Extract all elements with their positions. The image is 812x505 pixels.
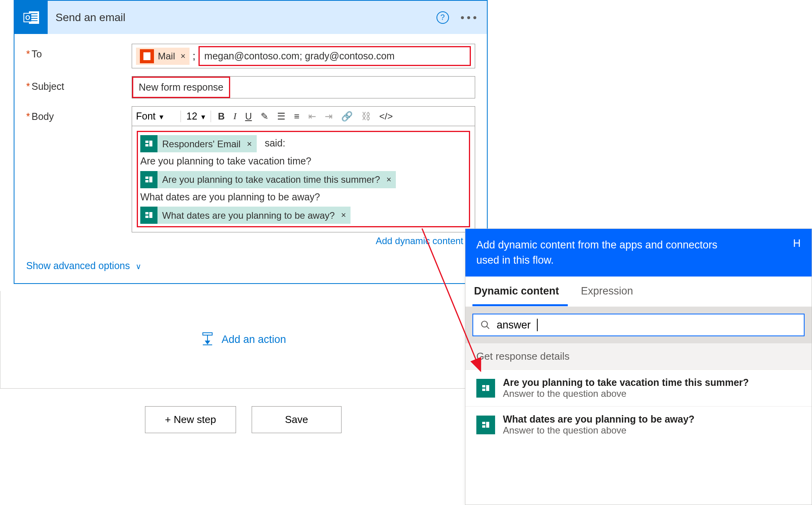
unlink-button[interactable]: ⛓ [360, 111, 372, 122]
subject-input[interactable]: New form response [132, 76, 475, 98]
dc-item-title: Are you planning to take vacation time t… [503, 377, 749, 388]
mail-token[interactable]: Mail × [136, 48, 190, 65]
svg-text:O: O [25, 14, 30, 21]
rte-toolbar: Font 12 B I U ✎ ☰ ≡ ⇤ ⇥ 🔗 ⛓ [132, 106, 475, 126]
subject-label: *Subject [26, 76, 132, 92]
dc-header: Add dynamic content from the apps and co… [465, 229, 812, 277]
card-body: *To Mail × ; megan@contoso.com; grady@co… [14, 34, 487, 283]
dc-search-input[interactable]: answer [472, 314, 805, 336]
dc-tabs: Dynamic content Expression [465, 277, 812, 307]
forms-icon [476, 379, 495, 398]
dc-hide-link[interactable]: H [793, 237, 801, 250]
numbered-button[interactable]: ≡ [293, 111, 301, 122]
to-label: *To [26, 44, 132, 60]
code-view-button[interactable]: </> [378, 111, 395, 122]
svg-rect-14 [203, 333, 212, 335]
bullets-button[interactable]: ☰ [275, 111, 287, 122]
dc-item-sub: Answer to the question above [503, 388, 749, 399]
add-action-link[interactable]: Add an action [222, 334, 286, 346]
tab-expression[interactable]: Expression [579, 277, 642, 306]
save-button[interactable]: Save [252, 406, 342, 433]
tab-dynamic-content[interactable]: Dynamic content [472, 277, 568, 306]
to-row: *To Mail × ; megan@contoso.com; grady@co… [26, 44, 475, 68]
body-text-line2: Are you planning to take vacation time? [140, 155, 311, 166]
dynamic-content-panel: Add dynamic content from the apps and co… [465, 228, 812, 505]
mail-token-label: Mail [158, 51, 175, 62]
outlook-icon: O [14, 1, 48, 34]
font-select[interactable]: Font [136, 111, 175, 122]
dc-search-value: answer [497, 319, 531, 331]
italic-button[interactable]: I [232, 111, 238, 121]
chevron-down-icon: ∨ [136, 262, 141, 271]
svg-marker-16 [205, 341, 210, 344]
card-header: O Send an email ? ••• [14, 1, 487, 34]
link-button[interactable]: 🔗 [340, 111, 354, 122]
vacation-question-token[interactable]: Are you planning to take vacation time t… [140, 171, 396, 188]
bottom-buttons: + New step Save [0, 406, 486, 433]
add-action-icon [200, 332, 215, 348]
add-dynamic-content-link[interactable]: Add dynamic content [376, 236, 463, 246]
card-title: Send an email [55, 11, 436, 24]
to-input[interactable]: Mail × ; megan@contoso.com; grady@contos… [132, 44, 475, 68]
remove-token-icon[interactable]: × [341, 207, 346, 223]
subject-row: *Subject New form response [26, 76, 475, 98]
indent-button[interactable]: ⇥ [323, 111, 334, 122]
office-icon [140, 49, 154, 63]
remove-token-icon[interactable]: × [386, 172, 392, 187]
dc-section-header: Get response details [465, 343, 812, 369]
forms-icon [140, 135, 157, 152]
more-menu-icon[interactable]: ••• [461, 11, 479, 24]
search-icon [480, 320, 490, 330]
action-container: Add an action [0, 291, 486, 389]
remove-token-icon[interactable]: × [247, 136, 252, 152]
dc-item-sub: Answer to the question above [503, 425, 694, 436]
help-icon[interactable]: ? [436, 11, 449, 24]
underline-button[interactable]: U [243, 111, 253, 122]
show-advanced-options-link[interactable]: Show advanced options [26, 260, 130, 271]
forms-icon [476, 416, 495, 434]
font-size-select[interactable]: 12 [186, 111, 205, 122]
dc-item-vacation[interactable]: Are you planning to take vacation time t… [465, 369, 812, 406]
dc-item-dates[interactable]: What dates are you planning to be away? … [465, 406, 812, 443]
remove-token-icon[interactable]: × [181, 51, 186, 61]
body-editor[interactable]: Responders' Email × said: Are you planni… [132, 126, 475, 232]
forms-icon [140, 207, 157, 224]
forms-icon [140, 171, 157, 188]
to-value[interactable]: megan@contoso.com; grady@contoso.com [204, 50, 395, 61]
bold-button[interactable]: B [216, 111, 226, 122]
outdent-button[interactable]: ⇤ [307, 111, 318, 122]
body-row: *Body Font 12 B I U ✎ ☰ ≡ [26, 106, 475, 246]
body-text-said: said: [265, 137, 285, 148]
new-step-button[interactable]: + New step [145, 406, 236, 433]
send-email-card: O Send an email ? ••• *To Mail × ; [14, 0, 488, 284]
responders-email-token[interactable]: Responders' Email × [140, 135, 257, 152]
body-label: *Body [26, 106, 132, 122]
subject-value[interactable]: New form response [139, 82, 224, 93]
text-cursor [537, 319, 538, 331]
dc-header-text: Add dynamic content from the apps and co… [476, 237, 734, 268]
body-text-line3: What dates are you planning to be away? [140, 191, 320, 202]
dc-item-title: What dates are you planning to be away? [503, 414, 694, 425]
highlight-button[interactable]: ✎ [259, 111, 270, 122]
dates-question-token[interactable]: What dates are you planning to be away? … [140, 207, 351, 224]
